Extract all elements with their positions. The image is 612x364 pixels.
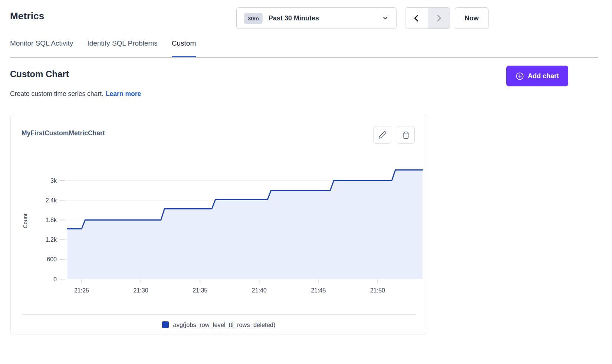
chevron-left-icon [412, 14, 421, 22]
custom-chart-card: MyFirstCustomMetricChart 06001.2k1.8k2.4… [10, 115, 427, 334]
chevron-down-icon [382, 15, 389, 21]
trash-icon [402, 131, 410, 139]
next-time-button[interactable] [428, 8, 450, 29]
tabs-divider [10, 57, 598, 58]
tab-identify-sql-problems[interactable]: Identify SQL Problems [87, 39, 157, 58]
svg-text:21:45: 21:45 [311, 287, 326, 294]
legend-swatch [162, 321, 169, 328]
legend-label: avg(jobs_row_level_ttl_rows_deleted) [173, 321, 275, 328]
svg-text:3k: 3k [50, 178, 57, 184]
svg-text:2.4k: 2.4k [46, 197, 57, 203]
add-chart-label: Add chart [528, 72, 559, 80]
delete-chart-button[interactable] [397, 126, 415, 144]
learn-more-link[interactable]: Learn more [106, 90, 141, 97]
tab-monitor-sql-activity[interactable]: Monitor SQL Activity [10, 39, 73, 58]
prev-time-button[interactable] [405, 8, 428, 29]
now-button[interactable]: Now [455, 7, 488, 29]
tab-bar: Monitor SQL Activity Identify SQL Proble… [10, 39, 196, 58]
plus-circle-icon [516, 72, 524, 80]
time-range-label: Past 30 Minutes [269, 14, 319, 22]
svg-text:21:30: 21:30 [134, 287, 148, 294]
svg-text:21:35: 21:35 [193, 287, 207, 294]
edit-chart-button[interactable] [374, 126, 391, 144]
tab-custom[interactable]: Custom [172, 39, 196, 58]
page-title: Metrics [10, 10, 44, 22]
time-range-badge: 30m [244, 13, 263, 24]
svg-text:1.8k: 1.8k [46, 217, 57, 223]
time-step-buttons [405, 7, 450, 29]
legend-item[interactable]: avg(jobs_row_level_ttl_rows_deleted) [162, 321, 275, 328]
time-range-picker[interactable]: 30m Past 30 Minutes [236, 7, 397, 29]
add-chart-button[interactable]: Add chart [506, 66, 568, 86]
subtitle-text: Create custom time series chart. [10, 90, 103, 97]
svg-text:21:50: 21:50 [370, 287, 385, 294]
chart-actions [374, 126, 415, 144]
metrics-page: Metrics 30m Past 30 Minutes Now Monitor … [0, 0, 612, 364]
chart-legend: avg(jobs_row_level_ttl_rows_deleted) [11, 315, 427, 335]
svg-text:21:25: 21:25 [74, 287, 89, 294]
svg-text:600: 600 [47, 256, 57, 262]
pencil-icon [378, 131, 386, 139]
svg-text:21:40: 21:40 [252, 287, 267, 294]
chevron-right-icon [435, 14, 443, 22]
time-series-chart[interactable]: 06001.2k1.8k2.4k3k21:2521:3021:3521:4021… [11, 149, 428, 304]
section-title: Custom Chart [10, 69, 69, 79]
svg-text:0: 0 [53, 276, 57, 282]
svg-text:Count: Count [22, 213, 28, 228]
chart-title: MyFirstCustomMetricChart [22, 129, 105, 137]
svg-text:1.2k: 1.2k [46, 236, 57, 243]
section-subtitle: Create custom time series chart.Learn mo… [10, 90, 141, 98]
